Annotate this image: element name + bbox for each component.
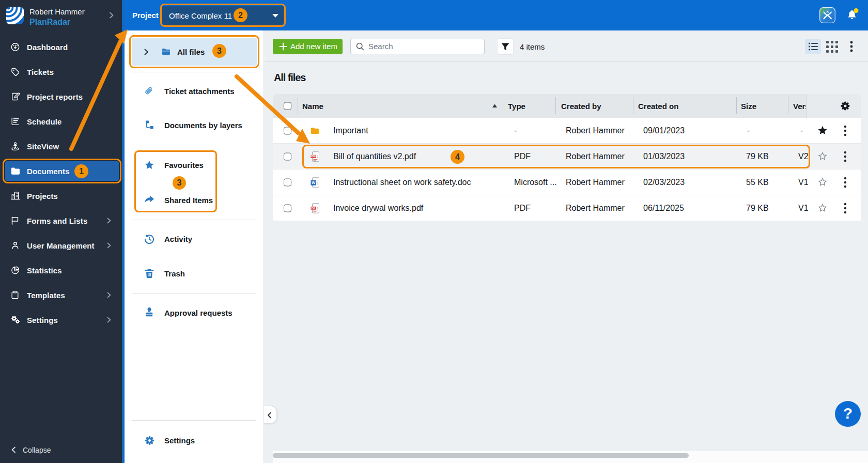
svg-text:PDF: PDF	[311, 155, 316, 158]
svg-text:PDF: PDF	[311, 207, 316, 209]
svg-text:W: W	[312, 180, 315, 185]
